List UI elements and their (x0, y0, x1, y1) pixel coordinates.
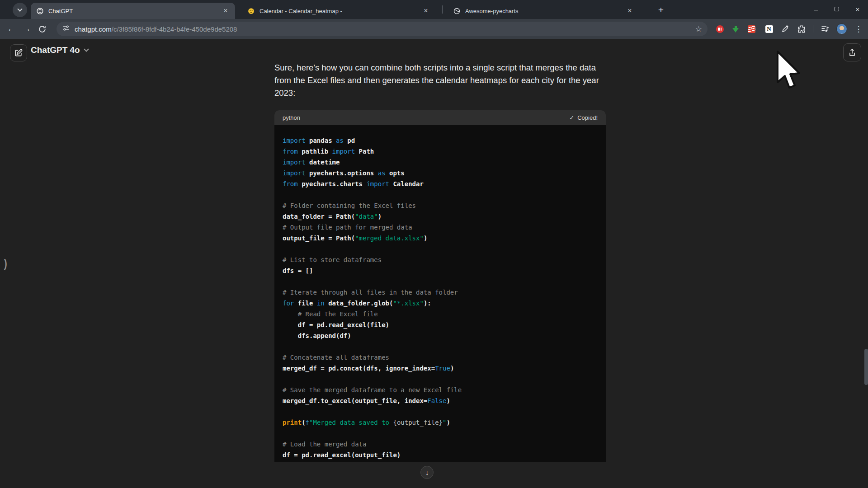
tab-search-button[interactable] (13, 3, 27, 17)
tab-separator (442, 5, 443, 14)
code-line: import pyecharts.options as opts (283, 168, 598, 178)
downloader-extension-icon[interactable] (730, 23, 741, 35)
code-line: from pathlib import Path (283, 146, 598, 157)
scrollbar-thumb[interactable] (864, 349, 868, 385)
new-tab-button[interactable]: + (655, 4, 667, 16)
chevron-down-icon (17, 6, 22, 11)
code-line: import datetime (283, 157, 598, 168)
calendar-tab-favicon-icon (247, 7, 255, 15)
code-line (283, 428, 598, 439)
url-text[interactable]: chatgpt.com/c/3f85f86f-8fdf-4b24-b4fe-45… (75, 25, 237, 33)
code-line: print(f"Merged data saved to {output_fil… (283, 417, 598, 428)
browser-window: ChatGPT × Calendar - Calendar_heatmap - … (0, 0, 868, 488)
tab-calendar-heatmap[interactable]: Calendar - Calendar_heatmap - × (242, 3, 435, 19)
model-switcher[interactable]: ChatGPT 4o (31, 45, 88, 55)
code-line (283, 189, 598, 200)
eyedropper-extension-icon[interactable] (779, 23, 791, 35)
todoist-extension-icon[interactable] (745, 23, 757, 35)
profile-avatar[interactable] (836, 23, 848, 35)
code-line: # Output file path for merged data (283, 222, 598, 233)
tab-awesome-pyecharts[interactable]: Awesome-pyecharts × (448, 3, 639, 19)
code-line: merged_df = pd.concat(dfs, ignore_index=… (283, 363, 598, 374)
code-line: # Iterate through all files in the data … (283, 287, 598, 298)
hand-icon (716, 25, 724, 33)
arrow-down-icon: ↓ (425, 469, 429, 477)
toolbar-separator (813, 25, 813, 33)
assistant-message-text: Sure, here's how you can combine both sc… (274, 61, 607, 99)
url-path: /c/3f85f86f-8fdf-4b24-b4fe-450de9de5208 (112, 25, 237, 33)
pyecharts-tab-favicon-icon (453, 7, 461, 15)
maximize-button[interactable] (826, 0, 847, 18)
code-line: import pandas as pd (283, 135, 598, 146)
window-controls: – × (806, 0, 868, 18)
green-arrow-icon (732, 28, 739, 33)
code-line (283, 244, 598, 254)
code-line: dfs = [] (283, 265, 598, 276)
conversation: Sure, here's how you can combine both sc… (274, 61, 607, 462)
code-block-header: python ✓ Copied! (274, 110, 606, 125)
browser-toolbar: ← → chatgpt.com/c/3f85f86f-8fdf-4b24-b4f… (0, 19, 868, 39)
site-settings-icon[interactable] (62, 24, 70, 34)
maximize-icon (835, 7, 839, 11)
tab-title: Awesome-pyecharts (465, 8, 621, 14)
code-line: # Load the merged data (283, 439, 598, 450)
back-button[interactable]: ← (4, 21, 19, 37)
notion-extension-icon[interactable]: N (763, 23, 775, 35)
code-line (283, 276, 598, 287)
code-line: # Read the Excel file (283, 309, 598, 319)
chevron-down-icon (84, 47, 89, 52)
model-label: ChatGPT 4o (31, 45, 80, 55)
reload-button[interactable] (34, 21, 50, 37)
url-bar[interactable]: chatgpt.com/c/3f85f86f-8fdf-4b24-b4fe-45… (57, 22, 708, 36)
minimize-button[interactable]: – (806, 0, 826, 18)
code-line: dfs.append(df) (283, 330, 598, 341)
check-icon: ✓ (569, 114, 574, 121)
avatar (836, 23, 847, 34)
code-line: df = pd.read_excel(output_file) (283, 450, 598, 460)
code-line: # Concatenate all dataframes (283, 352, 598, 363)
code-line (283, 341, 598, 352)
copied-indicator[interactable]: ✓ Copied! (569, 114, 598, 121)
code-line: from pyecharts.charts import Calendar (283, 178, 598, 189)
tab-title: ChatGPT (48, 8, 217, 14)
tab-close-icon[interactable]: × (222, 7, 230, 15)
chatgpt-app: ChatGPT 4o ) Sure, here's how you can co… (0, 39, 868, 488)
kebab-menu-icon: ⋮ (855, 24, 863, 34)
notion-icon: N (765, 25, 773, 33)
code-line: # List to store dataframes (283, 254, 598, 265)
code-line: data_folder = Path("data") (283, 211, 598, 222)
code-line (283, 406, 598, 417)
browser-menu-button[interactable]: ⋮ (853, 23, 864, 35)
code-line: df = pd.read_excel(file) (283, 319, 598, 330)
tab-close-icon[interactable]: × (626, 7, 634, 15)
code-language-label: python (283, 114, 300, 121)
forward-button[interactable]: → (19, 21, 34, 37)
adblock-extension-icon[interactable] (714, 23, 726, 35)
code-line: # Folder containing the Excel files (283, 200, 598, 211)
code-line (283, 374, 598, 385)
new-chat-button[interactable] (10, 44, 27, 61)
code-line: for file in data_folder.glob("*.xlsx"): (283, 298, 598, 309)
code-block-body: import pandas as pdfrom pathlib import P… (274, 125, 606, 462)
share-button[interactable] (843, 43, 861, 61)
code-block: python ✓ Copied! import pandas as pdfrom… (274, 110, 606, 462)
chatgpt-favicon-icon (36, 7, 44, 15)
code-line: merged_df.to_excel(output_file, index=Fa… (283, 395, 598, 406)
tab-strip: ChatGPT × Calendar - Calendar_heatmap - … (0, 0, 868, 19)
scroll-to-bottom-button[interactable]: ↓ (420, 466, 434, 479)
tab-chatgpt[interactable]: ChatGPT × (31, 3, 235, 19)
todoist-icon (748, 25, 755, 33)
url-domain: chatgpt.com (75, 25, 112, 33)
tab-close-icon[interactable]: × (422, 7, 430, 15)
media-controls-icon[interactable] (819, 23, 831, 35)
tab-title: Calendar - Calendar_heatmap - (259, 8, 417, 14)
close-window-button[interactable]: × (847, 0, 868, 18)
code-line: # Save the merged dataframe to a new Exc… (283, 385, 598, 395)
code-content: import pandas as pdfrom pathlib import P… (283, 135, 598, 460)
code-line: output_file = Path("merged_data.xlsx") (283, 233, 598, 244)
copied-label: Copied! (577, 114, 598, 121)
open-sidebar-toggle[interactable]: ) (4, 257, 7, 271)
extensions-puzzle-icon[interactable] (796, 23, 807, 35)
bookmark-star-icon[interactable]: ☆ (695, 24, 702, 34)
